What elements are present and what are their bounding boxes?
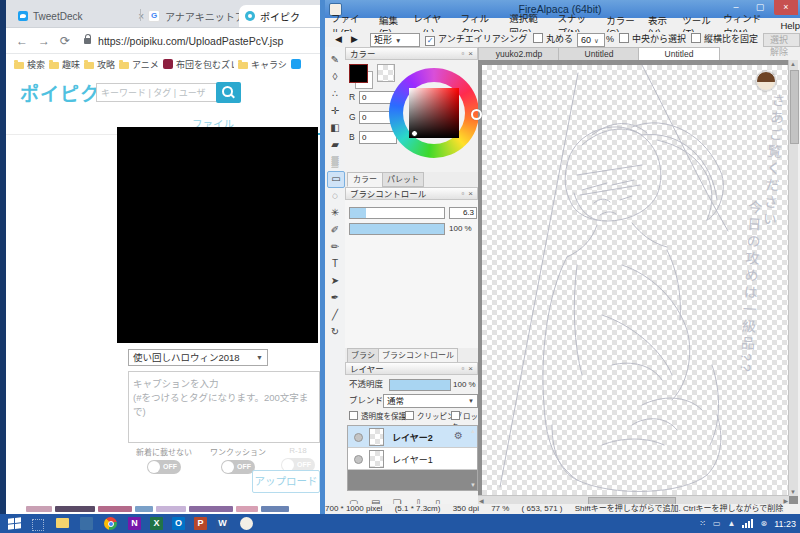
tab-brush[interactable]: ブラシ	[347, 348, 379, 363]
upload-button[interactable]: アップロード	[252, 470, 320, 493]
paint-canvas[interactable]: さあご覧ください 今日の攻めは一級品??	[482, 65, 788, 495]
brush-opacity-slider[interactable]	[349, 223, 445, 235]
move-tool-icon[interactable]: ✛	[327, 103, 343, 118]
antialias-checkbox[interactable]: ✓アンチエイリアシング	[425, 33, 527, 45]
text-tool-icon[interactable]: T	[327, 256, 343, 271]
fill-tool-icon[interactable]: ◧	[327, 120, 343, 135]
browser-tab-google-search[interactable]: G アナアキニットアカンデ - Google 検 ×	[142, 5, 248, 27]
network-icon[interactable]	[742, 519, 753, 528]
foreground-color-swatch[interactable]	[349, 64, 368, 83]
tab-color[interactable]: カラー	[347, 172, 383, 187]
menu-help[interactable]: Help	[780, 20, 800, 31]
upload-image-preview[interactable]	[117, 127, 318, 343]
bookmark-folder[interactable]: 趣味	[49, 58, 80, 71]
grid-icon[interactable]: ⁙	[699, 519, 706, 528]
search-button[interactable]	[216, 82, 241, 103]
eraser-tool-icon[interactable]: ◊	[327, 69, 343, 84]
tab-palette[interactable]: パレット	[382, 172, 424, 187]
eyedropper-tool-icon[interactable]: ╱	[327, 307, 343, 322]
select-rect-tool-icon[interactable]: ▭	[327, 171, 345, 188]
clock[interactable]: 11:23	[774, 519, 796, 529]
browser-tab-tweetdeck[interactable]: TweetDeck ×	[12, 5, 150, 27]
document-tab[interactable]: Untitled	[558, 47, 640, 61]
visibility-icon[interactable]	[354, 455, 363, 464]
close-button[interactable]: ×	[774, 0, 798, 15]
blend-select[interactable]: 通常 ▼	[383, 394, 478, 408]
powerpoint-icon[interactable]: P	[194, 517, 207, 530]
toggle-switch[interactable]: OFF	[221, 460, 255, 474]
redo-icon[interactable]: ▶	[351, 33, 358, 45]
sv-selector-icon[interactable]	[411, 130, 418, 137]
keyboard-icon[interactable]: ▭	[713, 519, 721, 528]
bookmark-site[interactable]: 布団を包むズレない毛	[163, 58, 234, 71]
bucket-tool-icon[interactable]: ▰	[327, 137, 343, 152]
back-icon[interactable]: ←	[16, 34, 28, 48]
bookmark-folder[interactable]: 検索	[14, 58, 45, 71]
start-button[interactable]	[8, 517, 21, 530]
close-icon[interactable]: ×	[468, 363, 473, 375]
bookmark-folder[interactable]: 攻略	[84, 58, 115, 71]
word-icon[interactable]: W	[216, 517, 229, 530]
round-checkbox[interactable]: 丸める	[533, 33, 573, 45]
outlook-icon[interactable]: O	[172, 517, 185, 530]
caption-textarea[interactable]	[128, 371, 320, 443]
layer-row[interactable]: レイヤー1	[348, 448, 477, 470]
lasso-tool-icon[interactable]: ◌	[327, 188, 343, 203]
brush-size-slider[interactable]	[349, 207, 445, 219]
from-center-checkbox[interactable]: 中央から選択	[619, 33, 686, 45]
firealpaca-icon[interactable]	[240, 517, 253, 530]
document-tab[interactable]: yuuko2.mdp	[478, 47, 560, 61]
poipiku-logo[interactable]: ポイピク	[20, 79, 100, 106]
tab-brush-control[interactable]: ブラシコントロール	[378, 348, 458, 363]
shape-select[interactable]: 矩形▼	[370, 33, 420, 47]
onenote-icon[interactable]: N	[128, 517, 141, 530]
hand-tool-icon[interactable]: ↻	[327, 324, 343, 339]
bookmark-twitter[interactable]	[291, 59, 301, 69]
float-icon[interactable]: ▫	[461, 48, 464, 60]
magic-wand-tool-icon[interactable]: ✳	[327, 205, 343, 220]
layer-opacity-slider[interactable]	[389, 379, 451, 391]
undo-icon[interactable]: ◀	[335, 33, 342, 45]
bookmark-folder[interactable]: アニメ	[119, 58, 159, 71]
app-icon[interactable]	[80, 517, 93, 530]
float-icon[interactable]: ▫	[461, 363, 464, 375]
hue-selector-icon[interactable]	[471, 109, 482, 120]
url-text[interactable]: https://poipiku.com/UploadPastePcV.jsp	[98, 35, 283, 47]
transparent-color-swatch[interactable]	[377, 64, 395, 82]
bookmark-folder[interactable]: キャラシ	[238, 58, 287, 71]
gear-icon[interactable]: ⚙	[454, 430, 463, 441]
layer-row-selected[interactable]: レイヤー2 ⚙	[348, 426, 477, 448]
file-explorer-icon[interactable]	[56, 518, 69, 528]
vertical-scrollbar[interactable]: ▲ ▼	[788, 60, 798, 496]
close-icon[interactable]: ×	[468, 48, 473, 60]
gradient-tool-icon[interactable]: ▒	[327, 154, 343, 169]
scroll-down-icon[interactable]: ▼	[470, 482, 476, 488]
chrome-icon[interactable]	[104, 517, 117, 530]
curve-tool-icon[interactable]: ✒	[327, 290, 343, 305]
select-eraser-tool-icon[interactable]: ✏	[327, 239, 343, 254]
show-hidden-icons[interactable]: ▲	[728, 519, 736, 528]
sound-icon[interactable]: ⊗	[760, 519, 767, 528]
scroll-left-icon[interactable]: ◀	[479, 497, 484, 504]
toggle-switch[interactable]: OFF	[147, 460, 181, 474]
float-icon[interactable]: ▫	[461, 188, 464, 200]
keep-ratio-checkbox[interactable]: 縦横比を固定	[691, 33, 758, 45]
scrollbar-thumb[interactable]	[790, 70, 799, 144]
brush-tool-icon[interactable]: ✎	[327, 52, 343, 67]
search-input[interactable]	[96, 83, 218, 102]
scroll-up-icon[interactable]: ▲	[470, 428, 476, 434]
reload-icon[interactable]: ⟳	[60, 34, 70, 48]
b-value-field[interactable]: 0	[359, 131, 397, 144]
browser-tab-poipiku[interactable]: ポイピク	[239, 5, 323, 27]
document-tab-active[interactable]: Untitled	[638, 47, 720, 61]
visibility-icon[interactable]	[354, 433, 363, 442]
scroll-down-icon[interactable]: ▼	[790, 489, 796, 495]
close-icon[interactable]: ×	[468, 188, 473, 200]
select-pen-tool-icon[interactable]: ✐	[327, 222, 343, 237]
operation-tool-icon[interactable]: ➤	[327, 273, 343, 288]
excel-icon[interactable]: X	[150, 517, 163, 530]
scroll-up-icon[interactable]: ▲	[790, 61, 796, 67]
scroll-right-icon[interactable]: ▶	[783, 497, 788, 504]
preset-select[interactable]: ▼ 使い回しハロウィン2018	[128, 349, 268, 366]
task-view-icon[interactable]	[32, 519, 44, 531]
